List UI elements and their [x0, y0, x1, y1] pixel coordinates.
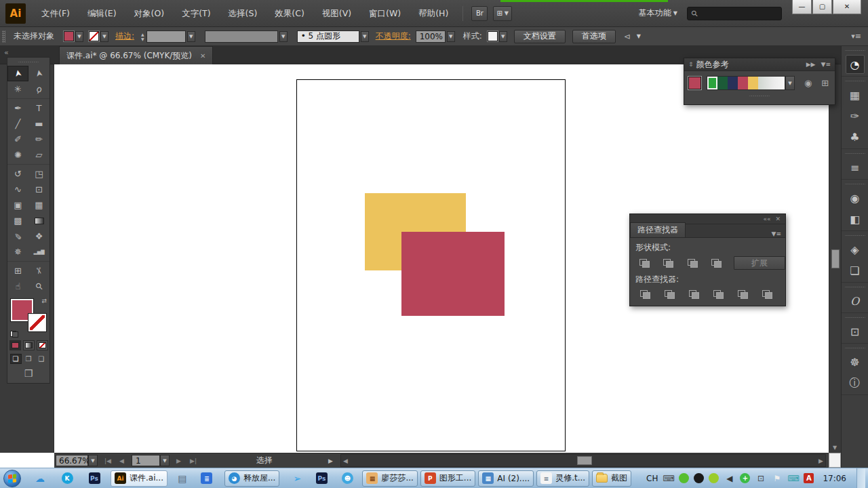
edit-colors-wheel-icon[interactable]: ◉ [804, 78, 812, 88]
divide-button[interactable] [637, 288, 653, 300]
task-ai-2[interactable]: ▦AI (2).... [478, 470, 534, 487]
dock-drag-handle[interactable] [845, 345, 865, 350]
stroke-color-swatch[interactable] [89, 31, 99, 41]
volume-icon[interactable]: ◀ [724, 472, 735, 484]
dock-drag-handle[interactable] [845, 78, 865, 83]
stroke-weight-stepper[interactable]: ▲ ▼ [141, 32, 144, 41]
swatches-panel-icon[interactable]: ▦ [846, 85, 865, 104]
dock-drag-handle[interactable] [845, 232, 865, 238]
network-icon[interactable]: ⊡ [755, 472, 766, 484]
adobe-manager-icon[interactable]: A [804, 473, 814, 483]
show-desktop-button[interactable] [856, 468, 865, 488]
scroll-left-icon[interactable]: ◀ [343, 458, 348, 464]
menu-help[interactable]: 帮助(H) [410, 0, 457, 27]
style-dropdown[interactable]: ▼ [499, 31, 507, 42]
width-profile-dropdown[interactable]: ▼ [279, 31, 288, 42]
document-setup-button[interactable]: 文档设置 [514, 30, 566, 43]
task-shifangwu[interactable]: ◕释放屋... [224, 470, 279, 487]
harmony-color-swatch[interactable] [738, 77, 748, 89]
harmony-color-swatch[interactable] [748, 77, 758, 89]
remote-input-icon[interactable]: ⌨ [787, 472, 799, 484]
vertical-scrollbar-thumb[interactable] [831, 249, 840, 268]
task-jietu[interactable]: 截图 [592, 470, 631, 487]
vertical-scrollbar[interactable]: ▼ [829, 64, 841, 453]
first-artboard-button[interactable]: |◀ [104, 455, 111, 466]
preferences-button[interactable]: 首选项 [572, 30, 616, 43]
color-button[interactable] [9, 340, 21, 350]
perspective-grid-tool[interactable]: ▦ [28, 197, 50, 213]
intersect-button[interactable] [685, 257, 701, 269]
menu-effect[interactable]: 效果(C) [266, 0, 313, 27]
exclude-button[interactable] [709, 257, 724, 269]
blob-brush-tool[interactable]: ✺ [7, 147, 28, 163]
keyboard-icon[interactable]: ⌨ [663, 472, 674, 484]
start-button[interactable] [3, 470, 21, 487]
blend-tool[interactable]: ❖ [28, 228, 50, 244]
yy-app-icon[interactable]: ☻ [339, 470, 355, 487]
close-panel-icon[interactable]: ✕ [775, 216, 781, 222]
pathfinder-panel-icon[interactable]: ❏ [846, 261, 865, 280]
opacity-link[interactable]: 不透明度: [376, 30, 411, 42]
pathfinder-tab[interactable]: 路径查找器 [630, 222, 686, 237]
shape-builder-tool[interactable]: ▣ [7, 197, 28, 213]
outline-button[interactable] [734, 288, 751, 300]
maximize-button[interactable]: ▢ [812, 0, 832, 14]
previous-artboard-button[interactable]: ◀ [119, 455, 124, 466]
collapse-panel-icon[interactable]: «« [763, 216, 770, 222]
artboard-number-field[interactable]: 1 [132, 455, 160, 466]
stroke-color-indicator[interactable] [28, 314, 46, 331]
panel-cycle-icon[interactable]: ⇕ [688, 61, 694, 68]
width-profile-field[interactable] [205, 30, 278, 43]
collapse-to-icons-icon[interactable]: ▶▶ [806, 61, 816, 68]
crop-button[interactable] [710, 288, 726, 300]
color-guide-panel-icon[interactable]: ◔ [846, 55, 865, 74]
gradient-tool[interactable] [28, 213, 50, 228]
none-button[interactable] [37, 340, 48, 350]
panel-drag-handle[interactable] [18, 59, 39, 64]
swap-fill-stroke-icon[interactable]: ⇄ [41, 298, 47, 304]
calculator-icon[interactable]: ▤ [174, 470, 191, 487]
brush-definition-field[interactable]: • 5 点圆形 [297, 30, 359, 43]
control-panel-menu-icon[interactable]: ▾≡ [851, 32, 861, 41]
lasso-tool[interactable]: ϙ [28, 81, 50, 97]
horizontal-scrollbar-thumb[interactable] [577, 456, 592, 465]
opacity-dropdown[interactable]: ▼ [447, 31, 455, 42]
collapse-tools-icon[interactable]: « [4, 48, 9, 57]
transform-panel-icon[interactable]: ⊡ [846, 322, 865, 341]
layers-panel-icon[interactable]: ◈ [846, 240, 865, 259]
menu-window[interactable]: 窗口(W) [360, 0, 410, 27]
width-tool[interactable]: ∿ [7, 182, 28, 197]
arrange-documents-button[interactable]: ⊞ ▼ [493, 6, 512, 21]
horizontal-scrollbar[interactable]: ◀ ▶ [340, 454, 826, 467]
minimize-button[interactable]: — [792, 0, 812, 14]
scroll-down-icon[interactable]: ▼ [833, 445, 837, 451]
red-rectangle[interactable] [401, 232, 505, 316]
pen-tool[interactable]: ✒ [7, 100, 28, 116]
last-artboard-button[interactable]: ▶| [190, 455, 197, 466]
scroll-right-icon[interactable]: ▶ [818, 458, 823, 464]
draw-behind-button[interactable]: ❐ [23, 354, 35, 364]
panel-resize-handle[interactable] [749, 93, 770, 98]
stroke-weight-field[interactable] [146, 30, 186, 43]
action-center-flag-icon[interactable]: ⚑ [771, 472, 783, 484]
free-transform-tool[interactable]: ⊡ [28, 182, 50, 197]
harmony-color-swatch[interactable] [717, 77, 728, 89]
cloud-app-icon[interactable]: ☁ [32, 470, 48, 487]
fill-color-dropdown[interactable]: ▼ [75, 31, 83, 42]
transparency-panel-icon[interactable]: ◧ [846, 209, 865, 228]
qq-icon[interactable] [694, 473, 704, 483]
minus-back-button[interactable] [759, 288, 775, 300]
status-bar-expand-icon[interactable]: ▶ [328, 455, 333, 466]
brushes-panel-icon[interactable]: ✑ [846, 106, 865, 125]
panel-menu-icon[interactable]: ▼≡ [821, 61, 831, 68]
expand-button[interactable]: 扩展 [734, 256, 785, 270]
dock-drag-handle[interactable] [845, 284, 865, 289]
minus-front-button[interactable] [660, 257, 676, 269]
panel-menu-icon[interactable]: ▼≡ [772, 230, 781, 237]
menu-edit[interactable]: 编辑(E) [79, 0, 125, 27]
default-fill-stroke-icon[interactable] [10, 331, 18, 338]
harmony-rules-dropdown[interactable]: ▼ [785, 76, 795, 90]
task-tuxinggong[interactable]: P图形工... [420, 470, 475, 487]
task-lingxiu[interactable]: ≡灵修.t... [536, 470, 589, 487]
thunder-icon[interactable]: ➢ [289, 470, 305, 487]
